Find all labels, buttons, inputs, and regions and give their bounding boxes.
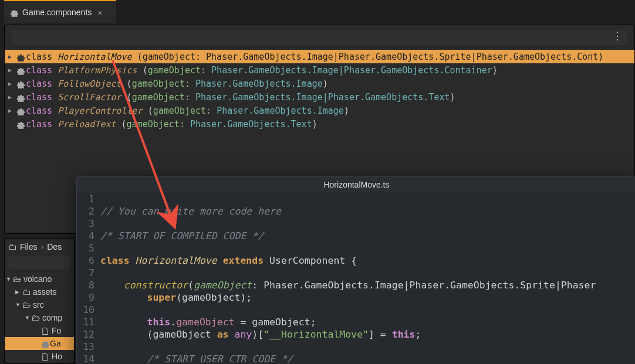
- tree-item-comp[interactable]: ▼🗁comp: [5, 311, 74, 324]
- line-number: 14: [77, 353, 100, 364]
- folder-open-icon: 🗁: [32, 313, 40, 322]
- line-number: 3: [77, 217, 100, 230]
- gear-icon: [15, 65, 26, 76]
- expand-arrow-icon[interactable]: ▶: [15, 289, 22, 295]
- editor-tab[interactable]: Game.components ×: [4, 0, 116, 23]
- line-number: 10: [77, 304, 100, 316]
- gear-icon: [41, 339, 50, 349]
- code-line: constructor(gameObject: Phaser.GameObjec…: [100, 279, 635, 291]
- code-line: [100, 267, 635, 279]
- component-row-PlatformPhysics[interactable]: ▶ class PlatformPhysics (gameObject: Pha…: [5, 63, 634, 77]
- line-number: 5: [77, 242, 100, 254]
- line-number: 12: [77, 328, 100, 341]
- code-line: super(gameObject);: [100, 291, 635, 304]
- line-number: 6: [77, 254, 100, 267]
- code-line: /* START OF COMPILED CODE */: [100, 230, 635, 242]
- tab-label: Game.components: [22, 8, 92, 17]
- tree-item-label: comp: [42, 313, 62, 322]
- folder-open-icon: 🗁: [22, 300, 31, 309]
- folder-icon: 🗀: [8, 242, 16, 251]
- component-row-FollowObject[interactable]: ▶ class FollowObject (gameObject: Phaser…: [5, 77, 634, 90]
- tree-item-label: src: [33, 300, 44, 309]
- component-row-PlayerController[interactable]: ▶ class PlayerController (gameObject: Ph…: [5, 104, 634, 117]
- tree-item-Ho[interactable]: Ho: [5, 350, 74, 363]
- gear-icon: [15, 119, 26, 130]
- gear-icon: [15, 79, 26, 89]
- file-tree: ▼🗁volcano▶🗀assets▼🗁src▼🗁compFo GaHo: [5, 273, 74, 363]
- kebab-menu-icon[interactable]: ⋮: [611, 31, 624, 40]
- expand-arrow-icon[interactable]: ▶: [8, 80, 15, 87]
- gear-icon: [15, 106, 26, 116]
- tree-item-volcano[interactable]: ▼🗁volcano: [5, 273, 74, 285]
- component-signature: class FollowObject (gameObject: Phaser.G…: [26, 79, 328, 89]
- expand-arrow-icon[interactable]: ▼: [15, 302, 22, 308]
- close-icon[interactable]: ×: [97, 8, 102, 17]
- code-line: [100, 217, 635, 230]
- line-number: 4: [77, 230, 100, 242]
- folder-icon: 🗀: [22, 287, 31, 297]
- expand-arrow-icon[interactable]: ▼: [6, 276, 13, 282]
- expand-arrow-icon[interactable]: ▶: [8, 67, 15, 73]
- tree-item-src[interactable]: ▼🗁src: [5, 298, 74, 311]
- breadcrumb: 🗀 Files › Des: [5, 239, 74, 255]
- line-number: 1: [77, 193, 100, 205]
- gear-icon: [10, 8, 19, 17]
- files-panel: 🗀 Files › Des ▼🗁volcano▶🗀assets▼🗁src▼🗁co…: [4, 238, 75, 364]
- file-icon: [41, 326, 52, 335]
- chevron-right-icon: ›: [41, 242, 44, 251]
- tree-item-label: assets: [33, 287, 56, 297]
- files-search-input[interactable]: [8, 256, 70, 269]
- component-signature: class ScrollFactor (gameObject: Phaser.G…: [26, 92, 455, 103]
- breadcrumb-root[interactable]: Files: [20, 242, 38, 251]
- line-number: 2: [77, 205, 100, 217]
- component-row-PreloadText[interactable]: class PreloadText (gameObject: Phaser.Ga…: [5, 117, 634, 131]
- code-line: [100, 304, 635, 316]
- components-search-input[interactable]: ⋮: [12, 30, 627, 45]
- expand-arrow-icon[interactable]: ▶: [8, 94, 15, 100]
- tree-item-label: volcano: [23, 274, 52, 284]
- tree-item-label: Fo: [52, 326, 61, 335]
- file-icon: [41, 352, 52, 361]
- editor-title: HorizontalMove.ts: [77, 176, 635, 193]
- folder-open-icon: 🗁: [13, 274, 21, 284]
- component-signature: class PlayerController (gameObject: Phas…: [26, 106, 349, 116]
- expand-arrow-icon[interactable]: ▶: [8, 107, 15, 114]
- code-body[interactable]: 12// You can write more code here34/* ST…: [77, 193, 635, 364]
- tree-item-assets[interactable]: ▶🗀assets: [5, 285, 74, 298]
- tree-item-label: Ga: [50, 339, 61, 348]
- line-number: 9: [77, 291, 100, 304]
- component-signature: class PlatformPhysics (gameObject: Phase…: [26, 65, 498, 76]
- expand-arrow-icon[interactable]: ▶: [8, 53, 15, 60]
- line-number: 8: [77, 279, 100, 291]
- components-list: ▶ class HorizontalMove (gameObject: Phas…: [5, 50, 634, 131]
- code-line: /* START USER CTR CODE */: [100, 353, 635, 364]
- breadcrumb-item[interactable]: Des: [47, 242, 62, 251]
- code-line: (gameObject as any)["__HorizontalMove"] …: [100, 328, 635, 341]
- tree-item-Ga[interactable]: Ga: [5, 337, 74, 350]
- tree-item-label: Ho: [52, 352, 62, 361]
- code-line: [100, 341, 635, 353]
- expand-arrow-icon[interactable]: ▼: [25, 315, 32, 321]
- line-number: 7: [77, 267, 100, 279]
- gear-icon: [15, 92, 26, 103]
- line-number: 13: [77, 341, 100, 353]
- gear-icon: [15, 52, 26, 62]
- code-line: this.gameObject = gameObject;: [100, 316, 635, 328]
- component-signature: class PreloadText (gameObject: Phaser.Ga…: [26, 119, 318, 130]
- line-number: 11: [77, 316, 100, 328]
- code-editor-window: HorizontalMove.ts 12// You can write mor…: [76, 176, 635, 364]
- tree-item-Fo[interactable]: Fo: [5, 324, 74, 337]
- component-row-HorizontalMove[interactable]: ▶ class HorizontalMove (gameObject: Phas…: [5, 50, 634, 63]
- code-line: [100, 193, 635, 205]
- component-row-ScrollFactor[interactable]: ▶ class ScrollFactor (gameObject: Phaser…: [5, 90, 634, 104]
- code-line: class HorizontalMove extends UserCompone…: [100, 254, 635, 267]
- component-signature: class HorizontalMove (gameObject: Phaser…: [26, 52, 603, 62]
- code-line: // You can write more code here: [100, 205, 635, 217]
- code-line: [100, 242, 635, 254]
